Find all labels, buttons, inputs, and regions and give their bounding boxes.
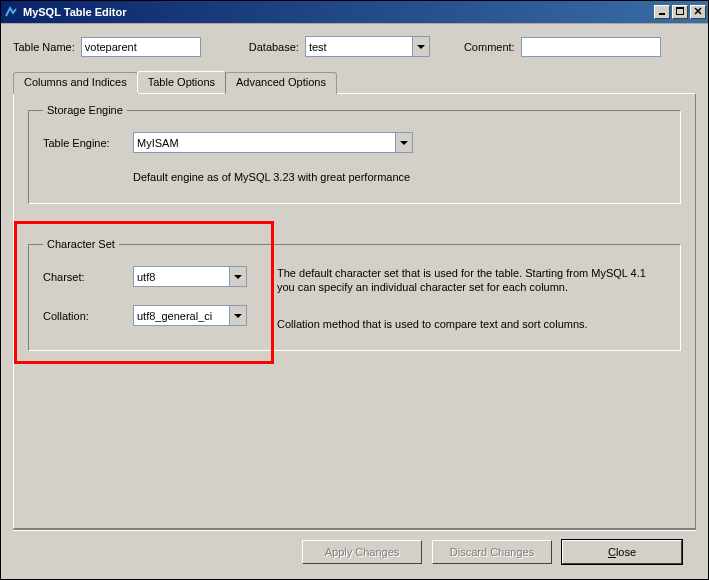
chevron-down-icon: [234, 275, 242, 279]
tab-table-options[interactable]: Table Options: [137, 71, 226, 93]
character-set-fieldset: Character Set Charset: Collation:: [28, 238, 681, 351]
database-input[interactable]: [306, 37, 412, 56]
table-engine-input[interactable]: [134, 133, 395, 152]
maximize-button[interactable]: [672, 5, 688, 19]
charset-input[interactable]: [134, 267, 229, 286]
table-name-input[interactable]: [81, 37, 201, 57]
charset-dropdown-button[interactable]: [229, 267, 246, 286]
collation-description: Collation method that is used to compare…: [277, 318, 666, 330]
app-icon: [3, 4, 19, 20]
storage-engine-legend: Storage Engine: [43, 104, 127, 116]
close-button[interactable]: [690, 5, 706, 19]
charset-combo[interactable]: [133, 266, 247, 287]
minimize-button[interactable]: [654, 5, 670, 19]
header-row: Table Name: Database: Comment:: [13, 36, 696, 57]
apply-changes-button[interactable]: Apply Changes: [302, 540, 422, 564]
collation-combo[interactable]: [133, 305, 247, 326]
charset-label: Charset:: [43, 271, 123, 283]
charset-description: The default character set that is used f…: [277, 266, 666, 296]
table-engine-label: Table Engine:: [43, 137, 123, 149]
close-button-footer[interactable]: Close: [562, 540, 682, 564]
table-engine-description: Default engine as of MySQL 3.23 with gre…: [133, 171, 666, 183]
tab-advanced-options[interactable]: Advanced Options: [225, 72, 337, 94]
comment-input[interactable]: [521, 37, 661, 57]
chevron-down-icon: [234, 314, 242, 318]
client-area: Table Name: Database: Comment: Columns a…: [1, 23, 708, 579]
tab-columns-indices[interactable]: Columns and Indices: [13, 72, 138, 94]
discard-changes-button[interactable]: Discard Changes: [432, 540, 552, 564]
chevron-down-icon: [400, 141, 408, 145]
table-name-label: Table Name:: [13, 41, 75, 53]
tabs: Columns and Indices Table Options Advanc…: [13, 71, 696, 93]
database-label: Database:: [249, 41, 299, 53]
footer: Apply Changes Discard Changes Close: [13, 529, 696, 574]
window-controls: [654, 5, 706, 19]
database-dropdown-button[interactable]: [412, 37, 429, 56]
collation-input[interactable]: [134, 306, 229, 325]
collation-label: Collation:: [43, 310, 123, 322]
table-engine-dropdown-button[interactable]: [395, 133, 412, 152]
character-set-legend: Character Set: [43, 238, 119, 250]
titlebar: MySQL Table Editor: [1, 1, 708, 23]
window-title: MySQL Table Editor: [23, 6, 654, 18]
table-engine-combo[interactable]: [133, 132, 413, 153]
database-combo[interactable]: [305, 36, 430, 57]
storage-engine-fieldset: Storage Engine Table Engine: Default eng…: [28, 104, 681, 204]
collation-dropdown-button[interactable]: [229, 306, 246, 325]
tab-panel: Storage Engine Table Engine: Default eng…: [13, 93, 696, 529]
window: MySQL Table Editor Table Name: Database:: [0, 0, 709, 580]
chevron-down-icon: [417, 45, 425, 49]
comment-label: Comment:: [464, 41, 515, 53]
